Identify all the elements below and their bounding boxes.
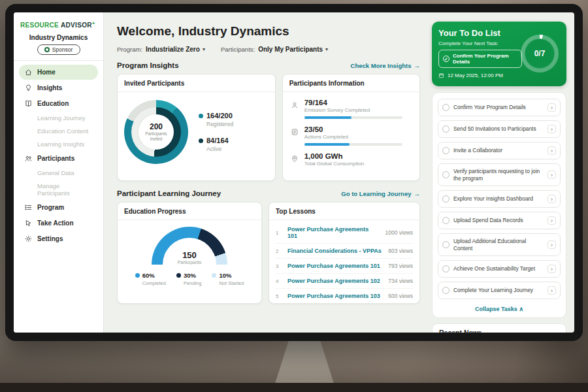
lesson-row[interactable]: 3 Power Purchase Agreements 101 793 view… (276, 259, 413, 274)
chevron-down-icon: ▾ (203, 46, 205, 52)
sidebar: RESOURCEADVISOR+ Industry Dynamics Spons… (14, 12, 104, 333)
legend-value: 10% (219, 272, 231, 279)
task-row[interactable]: Send 50 Invitations to Participants › (438, 120, 561, 138)
sponsor-badge[interactable]: Sponsor (37, 44, 80, 55)
lesson-title-link[interactable]: Power Purchase Agreements 101 (287, 226, 380, 239)
chevron-right-icon[interactable]: › (547, 216, 556, 225)
sidebar-item-home[interactable]: Home (19, 65, 98, 80)
info-value: 23/50 (304, 125, 402, 133)
check-more-insights-link[interactable]: Check More Insights → (351, 62, 420, 69)
task-row[interactable]: Upload Additional Educational Content › (438, 233, 561, 256)
legend-label: Completed (142, 280, 166, 286)
sidebar-item-take-action[interactable]: Take Action (19, 216, 98, 231)
card-title: Education Progress (118, 203, 261, 220)
sidebar-item-learning-journey[interactable]: Learning Journey (19, 112, 98, 124)
task-checkbox[interactable] (442, 217, 449, 224)
chevron-right-icon[interactable]: › (547, 195, 556, 203)
sidebar-item-label: Learning Insights (37, 140, 84, 148)
todo-panel: Your To Do List Complete Your Next Task:… (428, 12, 574, 333)
sidebar-divider (14, 60, 103, 61)
progress-bar (304, 116, 402, 119)
task-checkbox[interactable] (442, 125, 449, 133)
lesson-title-link[interactable]: Power Purchase Agreements 103 (287, 293, 383, 299)
sidebar-item-settings[interactable]: Settings (19, 231, 98, 246)
task-row[interactable]: Verify participants requesting to join t… (438, 163, 561, 186)
gear-icon (24, 235, 33, 243)
task-label: Verify participants requesting to join t… (453, 168, 544, 182)
chevron-right-icon[interactable]: › (547, 171, 556, 179)
lesson-views: 803 views (388, 248, 413, 254)
lesson-row[interactable]: 1 Power Purchase Agreements 101 1000 vie… (276, 222, 413, 244)
lesson-row[interactable]: 5 Power Purchase Agreements 103 600 view… (276, 289, 413, 303)
sidebar-item-education[interactable]: Education (19, 96, 98, 111)
progress-bar (304, 143, 402, 146)
sidebar-item-label: Insights (37, 84, 62, 91)
lightbulb-icon (24, 84, 33, 92)
task-checkbox[interactable] (442, 287, 449, 294)
task-checkbox[interactable] (442, 241, 449, 248)
section-title: Program Insights (117, 61, 179, 69)
legend-dot (199, 139, 203, 143)
next-task-pill[interactable]: ✓ Confirm Your Program Details (438, 50, 522, 68)
chevron-right-icon[interactable]: › (547, 125, 556, 133)
participants-filter[interactable]: Participants: Only My Participants ▾ (221, 46, 328, 53)
program-insights-header: Program Insights Check More Insights → (117, 61, 420, 69)
sidebar-item-program[interactable]: Program (19, 200, 98, 215)
sidebar-item-participants[interactable]: Participants (19, 151, 98, 166)
monitor-bezel: RESOURCEADVISOR+ Industry Dynamics Spons… (5, 4, 583, 341)
task-checkbox[interactable] (442, 147, 449, 154)
chevron-right-icon[interactable]: › (547, 265, 556, 273)
task-row[interactable]: Complete Your Learning Journey › (438, 282, 561, 299)
task-checkbox[interactable] (442, 171, 449, 178)
lesson-title-link[interactable]: Power Purchase Agreements 102 (287, 278, 383, 284)
sidebar-item-education-content[interactable]: Education Content (19, 125, 98, 137)
chevron-right-icon[interactable]: › (547, 286, 556, 295)
sidebar-item-learning-insights[interactable]: Learning Insights (19, 138, 98, 150)
collapse-tasks-link[interactable]: Collapse Tasks ∧ (438, 303, 561, 314)
task-row[interactable]: Achieve One Sustainability Target › (438, 260, 561, 278)
sidebar-item-label: Learning Journey (37, 114, 85, 122)
program-filter-label: Program: (117, 46, 142, 53)
sidebar-item-insights[interactable]: Insights (19, 80, 98, 95)
task-row[interactable]: Confirm Your Program Details › (438, 99, 561, 116)
lesson-row[interactable]: 2 Financial Considerations - VPPAs 803 v… (276, 244, 413, 259)
task-checkbox[interactable] (442, 195, 449, 203)
task-row[interactable]: Explore Your Insights Dashboard › (438, 190, 561, 208)
go-to-learning-journey-link[interactable]: Go to Learning Journey → (341, 190, 420, 197)
task-label: Explore Your Insights Dashboard (453, 195, 544, 203)
todo-progress-ring: 0/7 (521, 35, 559, 73)
chevron-right-icon[interactable]: › (547, 103, 556, 112)
chevron-right-icon[interactable]: › (547, 146, 556, 155)
lesson-rank: 5 (276, 293, 282, 299)
task-row[interactable]: Invite a Collaborator › (438, 142, 561, 159)
legend-item: 84/164 Active (199, 137, 233, 152)
link-label: Go to Learning Journey (341, 190, 411, 197)
due-date: 12 May 2025, 12:00 PM (438, 73, 560, 78)
link-label: Check More Insights (351, 62, 412, 69)
recent-news-header[interactable]: Recent News (432, 323, 566, 333)
info-value: 79/164 (304, 99, 402, 106)
task-checkbox[interactable] (442, 265, 449, 272)
cursor-action-icon (24, 219, 33, 227)
lesson-title-link[interactable]: Power Purchase Agreements 101 (287, 263, 383, 269)
participants-filter-value: Only My Participants (258, 46, 323, 53)
program-filter[interactable]: Program: Industrialize Zero ▾ (117, 46, 205, 53)
info-row: 23/50 Actions Completed (291, 125, 412, 146)
list-icon (24, 203, 33, 212)
task-label: Complete Your Learning Journey (453, 287, 544, 294)
lesson-views: 1000 views (385, 229, 413, 236)
card-title: Participants Information (283, 74, 419, 92)
sidebar-item-manage-participants[interactable]: Manage Participants (19, 180, 98, 199)
sidebar-item-general-data[interactable]: General Data (19, 167, 98, 179)
calendar-icon (438, 73, 444, 78)
task-label: Upload Additional Educational Content (453, 238, 544, 252)
sidebar-item-label: General Data (37, 169, 74, 176)
donut-center-label: Participants Invited (141, 131, 171, 142)
lesson-row[interactable]: 4 Power Purchase Agreements 102 734 view… (276, 274, 413, 289)
chevron-right-icon[interactable]: › (547, 240, 556, 249)
lesson-title-link[interactable]: Financial Considerations - VPPAs (287, 248, 383, 254)
task-checkbox[interactable] (442, 104, 449, 111)
info-row: 79/164 Emission Survey Completed (291, 99, 412, 119)
task-row[interactable]: Upload Spend Data Records › (438, 212, 561, 229)
book-icon (24, 99, 33, 108)
